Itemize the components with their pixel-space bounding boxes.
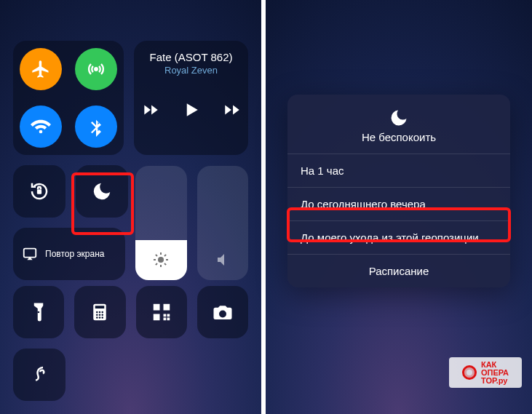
svg-point-21 [99,317,101,319]
svg-rect-2 [24,249,36,258]
camera-icon [212,301,234,323]
dnd-option-until-leave-location[interactable]: До моего ухода из этой геопозиции [287,221,510,255]
dnd-option-until-evening[interactable]: До сегодняшнего вечера [287,188,510,221]
now-playing-artist: Royal Zeven [164,65,218,76]
dnd-card-header: Не беспокоить [287,95,510,154]
connectivity-module[interactable] [13,41,124,155]
dnd-menu-panel: Не беспокоить На 1 час До сегодняшнего в… [266,0,532,414]
airplane-icon [31,59,51,79]
svg-point-20 [96,317,98,319]
hearing-button[interactable] [13,349,65,401]
volume-slider[interactable] [197,166,248,280]
svg-point-18 [99,314,101,317]
screen-mirroring-icon [22,246,38,262]
next-track-button[interactable] [223,100,242,119]
svg-rect-29 [167,318,170,321]
bluetooth-toggle[interactable] [75,106,117,148]
svg-rect-26 [163,314,166,317]
orientation-lock-toggle[interactable] [13,165,65,218]
calculator-icon [89,301,111,323]
flashlight-button[interactable] [13,286,64,338]
hearing-icon [28,364,50,386]
dnd-option-1hour[interactable]: На 1 час [287,154,510,188]
svg-line-8 [156,255,157,256]
orientation-lock-icon [28,180,50,202]
svg-point-17 [96,314,98,317]
svg-rect-28 [163,318,166,321]
svg-point-16 [102,311,104,314]
svg-line-10 [156,263,157,265]
svg-point-0 [95,68,98,71]
svg-rect-25 [153,314,159,321]
watermark-ring-icon [462,365,477,380]
qr-scan-button[interactable] [136,286,187,338]
dnd-option-schedule[interactable]: Расписание [287,255,510,287]
qr-icon [151,301,172,323]
watermark-line3: ТОР.ру [481,376,507,385]
control-center-panel: Fate (ASOT 862) Royal Zeven [0,0,266,414]
svg-line-11 [164,255,166,256]
cellular-data-toggle[interactable] [75,48,117,90]
bluetooth-icon [86,116,106,137]
svg-point-3 [158,257,164,263]
brightness-slider[interactable] [135,166,186,280]
svg-point-22 [102,317,104,319]
wifi-toggle[interactable] [20,106,62,148]
svg-rect-24 [163,304,170,311]
dnd-options-card: Не беспокоить На 1 час До сегодняшнего в… [287,95,510,287]
flashlight-icon [28,301,49,323]
svg-point-14 [96,311,98,314]
svg-point-15 [99,311,101,314]
do-not-disturb-toggle[interactable] [76,165,128,218]
svg-line-9 [164,263,166,265]
svg-point-19 [102,314,104,317]
moon-icon [389,108,409,128]
screen-mirroring-label: Повтор экрана [45,249,104,259]
now-playing-module[interactable]: Fate (ASOT 862) Royal Zeven [134,41,248,155]
svg-rect-27 [167,314,170,317]
dnd-card-title: Не беспокоить [362,131,436,143]
now-playing-title: Fate (ASOT 862) [150,51,233,63]
volume-icon [214,251,231,268]
airplane-mode-toggle[interactable] [20,48,62,90]
brightness-icon [152,251,170,268]
calculator-button[interactable] [74,286,125,338]
play-button[interactable] [180,99,202,121]
svg-rect-1 [37,190,41,194]
previous-track-button[interactable] [141,100,160,119]
svg-rect-13 [95,306,105,308]
cellular-icon [86,59,106,79]
camera-button[interactable] [197,286,248,338]
svg-rect-23 [153,304,159,311]
moon-icon [91,180,113,202]
watermark: КАК ОПЕРА ТОР.ру [449,357,522,388]
screen-mirroring-button[interactable]: Повтор экрана [13,228,125,280]
wifi-icon [31,116,51,137]
